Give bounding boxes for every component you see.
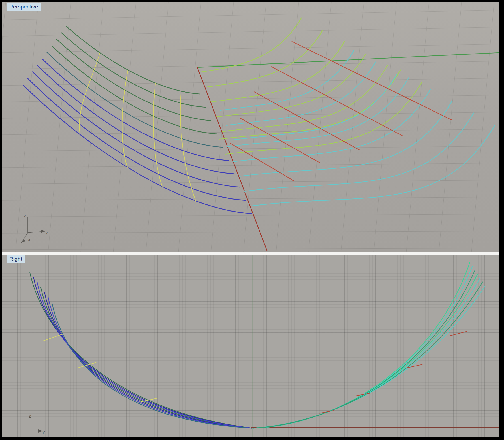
- viewport-splitter[interactable]: [2, 252, 499, 255]
- axis-gizmo-labels: z y x: [24, 213, 48, 242]
- grid-line: [471, 2, 494, 252]
- window-frame: Perspective: [0, 0, 504, 440]
- profile-right-cyan[interactable]: [253, 266, 485, 428]
- profile-curve[interactable]: [253, 282, 483, 428]
- grid-line: [16, 2, 38, 252]
- grid-line: [2, 146, 499, 151]
- fan-arcs-cyan[interactable]: [220, 50, 495, 206]
- profile-curve[interactable]: [253, 286, 485, 428]
- grid-line: [2, 214, 499, 217]
- profile-curve[interactable]: [253, 274, 478, 428]
- section-tick[interactable]: [319, 411, 334, 413]
- profile-curve[interactable]: [253, 270, 475, 428]
- hull-curve[interactable]: [23, 85, 252, 214]
- section-tick[interactable]: [42, 334, 62, 341]
- grid-line: [81, 2, 103, 252]
- gizmo-y-arrowhead: [41, 230, 45, 233]
- fan-curve[interactable]: [233, 89, 431, 162]
- profile-ticks-yellow[interactable]: [42, 334, 159, 402]
- grid-line: [146, 2, 168, 252]
- perspective-viewport[interactable]: Perspective: [2, 2, 499, 252]
- gizmo-y-axis: [28, 232, 41, 233]
- viewport-title-perspective[interactable]: Perspective: [7, 3, 41, 11]
- grid-line: [2, 180, 499, 184]
- gizmo-y-arrowhead: [38, 429, 42, 433]
- axis-line-red[interactable]: [197, 67, 267, 251]
- fan-curve[interactable]: [205, 29, 323, 87]
- hull-curve[interactable]: [47, 52, 223, 147]
- grid-line: [341, 2, 364, 252]
- profile-ticks-red[interactable]: [319, 331, 467, 413]
- axis-gizmo: [20, 217, 45, 243]
- grid-line: [2, 231, 499, 233]
- axis-gizmo-labels: z y: [29, 414, 45, 434]
- gizmo-x-label: x: [28, 237, 31, 242]
- hull-curve[interactable]: [61, 33, 206, 107]
- viewport-title-right[interactable]: Right: [7, 255, 25, 263]
- gizmo-y-label: y: [45, 230, 48, 235]
- grid-line: [2, 197, 499, 200]
- profile-right-spring[interactable]: [253, 262, 478, 428]
- hull-curve[interactable]: [52, 46, 217, 134]
- fan-curve[interactable]: [250, 125, 495, 206]
- perspective-canvas[interactable]: z y x: [2, 2, 499, 252]
- profile-curve[interactable]: [253, 266, 473, 428]
- grid-line: [276, 2, 299, 252]
- grid-line: [2, 2, 6, 252]
- section-curve[interactable]: [153, 83, 162, 187]
- fan-curve[interactable]: [244, 113, 474, 191]
- fan-curve[interactable]: [199, 18, 302, 72]
- axis-line-green[interactable]: [197, 53, 499, 67]
- fan-curve[interactable]: [220, 50, 354, 110]
- gizmo-x-arrowhead: [20, 239, 25, 243]
- section-tick[interactable]: [450, 331, 467, 336]
- gizmo-z-label: z: [29, 414, 31, 418]
- profile-curve[interactable]: [52, 302, 252, 428]
- axis-path[interactable]: [197, 53, 499, 67]
- profile-left-teal[interactable]: [52, 302, 252, 428]
- grid-line: [439, 2, 462, 252]
- grid-line: [2, 10, 499, 20]
- fan-curve[interactable]: [231, 74, 397, 140]
- profile-right-seagreen[interactable]: [253, 270, 483, 428]
- axis-path[interactable]: [197, 67, 267, 251]
- hull-longitudinals-blue[interactable]: [23, 59, 252, 214]
- perspective-grid: [2, 2, 499, 252]
- right-viewport[interactable]: Right: [2, 255, 499, 437]
- grid-line: [48, 2, 71, 252]
- grid-line: [2, 248, 499, 250]
- profile-curve[interactable]: [253, 262, 470, 428]
- hull-longitudinal-teal[interactable]: [47, 52, 223, 147]
- section-line[interactable]: [271, 67, 403, 136]
- gizmo-y-label: y: [42, 430, 45, 434]
- fan-curve[interactable]: [210, 41, 345, 102]
- right-canvas[interactable]: z y: [2, 255, 499, 437]
- section-curve[interactable]: [122, 70, 128, 168]
- grid-line: [211, 2, 234, 252]
- grid-line: [2, 78, 499, 86]
- gizmo-z-label: z: [24, 213, 26, 218]
- profile-curve[interactable]: [253, 278, 480, 428]
